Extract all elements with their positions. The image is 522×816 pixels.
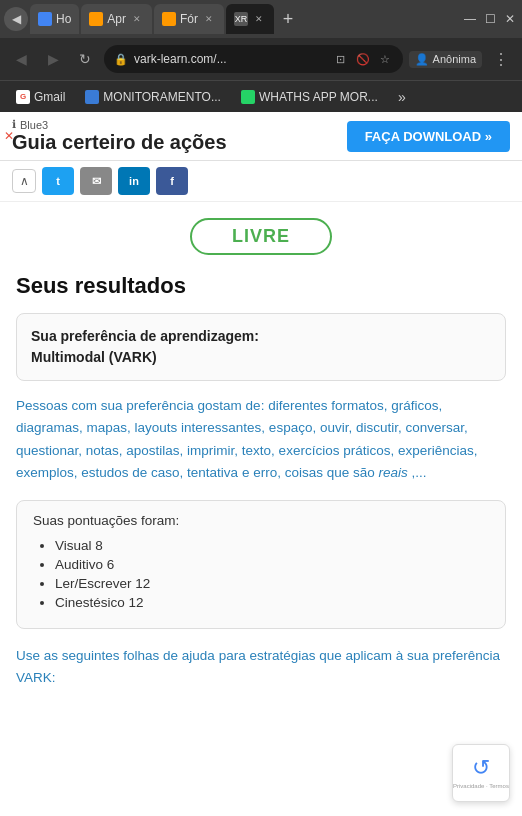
block-icon[interactable]: 🚫 (355, 51, 371, 67)
recaptcha-icon: ↺ (472, 755, 490, 781)
address-bar: ◀ ▶ ↻ 🔒 vark-learn.com/... ⊡ 🚫 ☆ 👤 Anôni… (0, 38, 522, 80)
star-icon[interactable]: ☆ (377, 51, 393, 67)
banner-close-button[interactable]: ✕ (0, 127, 18, 145)
whatsapp-icon (241, 90, 255, 104)
share-email-button[interactable]: ✉ (80, 167, 112, 195)
description-ellipsis: ,... (408, 465, 427, 480)
results-title: Seus resultados (16, 273, 506, 299)
scores-list: Visual 8 Auditivo 6 Ler/Escrever 12 Cine… (33, 538, 489, 610)
scores-box: Suas pontuações foram: Visual 8 Auditivo… (16, 500, 506, 629)
preference-text: Sua preferência de aprendizagem: Multimo… (31, 326, 491, 368)
linkedin-icon: in (129, 175, 139, 187)
close-button[interactable]: ✕ (502, 11, 518, 27)
back-button[interactable]: ◀ (8, 46, 34, 72)
email-icon: ✉ (92, 175, 101, 188)
tab-favicon-amazon1 (89, 12, 103, 26)
preference-value: Multimodal (VARK) (31, 349, 157, 365)
bookmark-gmail-label: Gmail (34, 90, 65, 104)
anon-label: Anônima (433, 53, 476, 65)
facebook-icon: f (170, 175, 174, 187)
window-buttons: — ☐ ✕ (462, 11, 518, 27)
tab-amazon2-close[interactable]: ✕ (202, 12, 216, 26)
tab-amazon2[interactable]: Fór ✕ (154, 4, 224, 34)
banner-left: ℹ Blue3 Guia certeiro de ações (12, 118, 227, 154)
banner-title: Guia certeiro de ações (12, 131, 227, 154)
score-auditivo: Auditivo 6 (55, 557, 489, 572)
score-cinestesico: Cinestésico 12 (55, 595, 489, 610)
tab-home[interactable]: Ho (30, 4, 79, 34)
bookmark-whatsapp[interactable]: WHATHS APP MOR... (233, 88, 386, 106)
tab-favicon-home (38, 12, 52, 26)
tab-favicon-amazon2 (162, 12, 176, 26)
score-ler-escrever: Ler/Escrever 12 (55, 576, 489, 591)
share-linkedin-button[interactable]: in (118, 167, 150, 195)
twitter-icon: t (56, 175, 60, 187)
tab-vark-close[interactable]: ✕ (252, 12, 266, 26)
share-facebook-button[interactable]: f (156, 167, 188, 195)
address-input[interactable]: 🔒 vark-learn.com/... ⊡ 🚫 ☆ (104, 45, 403, 73)
top-banner: ℹ Blue3 Guia certeiro de ações FAÇA DOWN… (0, 112, 522, 161)
menu-button[interactable]: ⋮ (488, 46, 514, 72)
preference-label: Sua preferência de aprendizagem: (31, 328, 259, 344)
tab-amazon1-close[interactable]: ✕ (130, 12, 144, 26)
scores-title: Suas pontuações foram: (33, 513, 489, 528)
description-italic: reais (378, 465, 407, 480)
tab-amazon1[interactable]: Apr ✕ (81, 4, 152, 34)
address-text: vark-learn.com/... (134, 52, 327, 66)
help-text: Use as seguintes folhas de ajuda para es… (16, 645, 506, 688)
tab-vark[interactable]: XR ✕ (226, 4, 274, 34)
lock-icon: 🔒 (114, 53, 128, 66)
minimize-button[interactable]: — (462, 11, 478, 27)
recaptcha-label: Privacidade · Termos (453, 783, 509, 791)
tab-bar: ◀ Ho Apr ✕ Fór ✕ XR ✕ + — ☐ ✕ (0, 0, 522, 38)
browser-chrome: ◀ Ho Apr ✕ Fór ✕ XR ✕ + — ☐ ✕ ◀ ▶ (0, 0, 522, 112)
maximize-button[interactable]: ☐ (482, 11, 498, 27)
tab-amazon1-label: Apr (107, 12, 126, 26)
tab-favicon-vark: XR (234, 12, 248, 26)
page-content: ℹ Blue3 Guia certeiro de ações FAÇA DOWN… (0, 112, 522, 816)
bookmarks-more-button[interactable]: » (390, 85, 414, 109)
preference-box: Sua preferência de aprendizagem: Multimo… (16, 313, 506, 381)
anon-badge: 👤 Anônima (409, 51, 482, 68)
bookmark-monitor[interactable]: MONITORAMENTO... (77, 88, 229, 106)
tab-home-label: Ho (56, 12, 71, 26)
download-button[interactable]: FAÇA DOWNLOAD » (347, 121, 510, 152)
monitor-icon (85, 90, 99, 104)
tab-amazon2-label: Fór (180, 12, 198, 26)
share-bar: ∧ t ✉ in f (0, 161, 522, 202)
anon-icon: 👤 (415, 53, 429, 66)
recaptcha-badge[interactable]: ↺ Privacidade · Termos (452, 744, 510, 802)
bookmark-monitor-label: MONITORAMENTO... (103, 90, 221, 104)
score-visual: Visual 8 (55, 538, 489, 553)
screenshot-icon[interactable]: ⊡ (333, 51, 349, 67)
chevron-up-icon: ∧ (20, 174, 29, 188)
result-content: LIVRE Seus resultados Sua preferência de… (0, 202, 522, 704)
bookmarks-bar: G Gmail MONITORAMENTO... WHATHS APP MOR.… (0, 80, 522, 112)
share-twitter-button[interactable]: t (42, 167, 74, 195)
forward-button[interactable]: ▶ (40, 46, 66, 72)
share-toggle-button[interactable]: ∧ (12, 169, 36, 193)
livre-badge: LIVRE (16, 218, 506, 255)
bookmark-gmail[interactable]: G Gmail (8, 88, 73, 106)
livre-pill: LIVRE (190, 218, 332, 255)
reload-button[interactable]: ↻ (72, 46, 98, 72)
gmail-icon: G (16, 90, 30, 104)
new-tab-button[interactable]: + (276, 7, 300, 31)
tab-expand-btn[interactable]: ◀ (4, 7, 28, 31)
banner-small-text: ℹ Blue3 (12, 118, 227, 131)
description-text: Pessoas com sua preferência gostam de: d… (16, 395, 506, 484)
banner-brand: Blue3 (20, 119, 48, 131)
bookmark-whatsapp-label: WHATHS APP MOR... (259, 90, 378, 104)
